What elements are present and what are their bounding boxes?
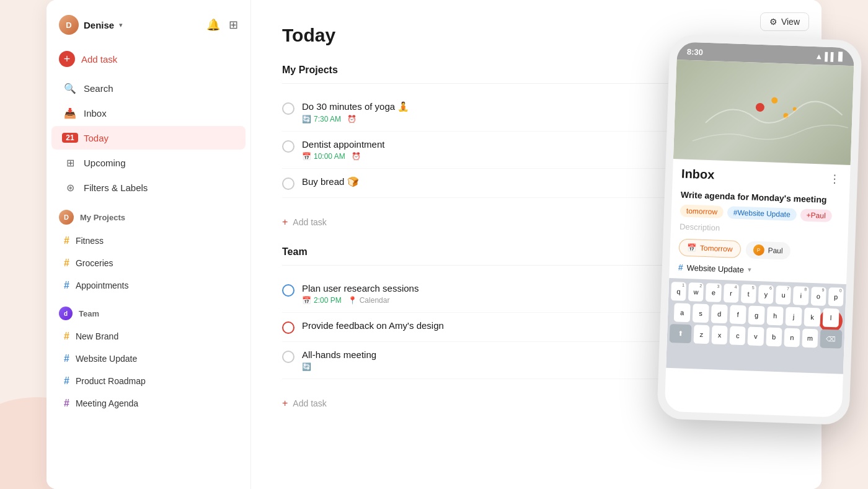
hash-icon: # xyxy=(678,262,683,272)
project-label: Product Roadmap xyxy=(76,376,146,386)
key-e[interactable]: e3 xyxy=(706,283,721,302)
key-o[interactable]: o9 xyxy=(810,287,826,306)
sidebar-item-label: Filters & Labels xyxy=(84,182,148,193)
key-v[interactable]: v xyxy=(748,326,764,346)
phone-tomorrow-button[interactable]: 📅 Tomorrow xyxy=(678,238,741,258)
signal-icons: ▲ ▌▌ ▋ xyxy=(815,52,844,62)
add-task-label: Add task xyxy=(293,217,326,227)
task-checkbox-allhands[interactable] xyxy=(282,351,294,363)
sidebar-item-label: Search xyxy=(84,83,113,94)
my-projects-avatar: D xyxy=(59,210,74,225)
user-name: Denise xyxy=(84,20,114,30)
calendar-small-icon: 📅 xyxy=(687,243,696,253)
task-checkbox-feedback[interactable] xyxy=(282,321,294,334)
sidebar-item-new-brand[interactable]: # New Brand xyxy=(51,326,246,347)
sidebar-item-label: Today xyxy=(84,133,108,143)
team-avatar: d xyxy=(59,307,73,320)
key-k[interactable]: k xyxy=(804,308,821,327)
recurring-badge: 🔄 xyxy=(302,362,311,371)
assignee-name: Paul xyxy=(768,246,783,255)
phone-inner: 8:30 ▲ ▌▌ ▋ xyxy=(665,42,855,418)
more-options-icon[interactable]: ⋮ xyxy=(829,172,842,186)
signal-icon: ▌▌ xyxy=(825,52,836,62)
task-checkbox-bread[interactable] xyxy=(282,177,294,190)
key-r[interactable]: r4 xyxy=(723,284,738,303)
key-p[interactable]: p0 xyxy=(828,287,844,307)
phone-map xyxy=(673,60,854,165)
task-checkbox-user-research[interactable] xyxy=(282,284,294,297)
key-q[interactable]: q1 xyxy=(671,282,686,301)
project-label: Appointments xyxy=(76,280,129,290)
user-menu[interactable]: D Denise ▾ xyxy=(59,15,123,35)
my-projects-section-label: D My Projects xyxy=(46,200,250,230)
upcoming-icon: ⊞ xyxy=(64,156,76,169)
key-x[interactable]: x xyxy=(712,325,728,344)
layout-icon[interactable]: ⊞ xyxy=(229,18,238,32)
sidebar-item-search[interactable]: 🔍 Search xyxy=(51,76,246,100)
sliders-icon: ⚙ xyxy=(769,17,777,27)
section-title: My Projects xyxy=(80,213,125,222)
key-w[interactable]: w2 xyxy=(688,282,704,302)
sidebar-item-filters[interactable]: ⊛ Filters & Labels xyxy=(51,176,246,199)
key-y[interactable]: y6 xyxy=(758,285,774,304)
sidebar-item-groceries[interactable]: # Groceries xyxy=(51,253,246,274)
sidebar-item-fitness[interactable]: # Fitness xyxy=(51,230,246,251)
assignee-avatar: P xyxy=(753,244,764,256)
key-h[interactable]: h xyxy=(767,307,784,326)
key-shift[interactable]: ⬆ xyxy=(670,324,692,343)
hash-icon: # xyxy=(64,258,69,269)
plus-circle-icon: + xyxy=(59,51,75,67)
phone-assignee-button[interactable]: P Paul xyxy=(745,241,790,259)
key-f[interactable]: f xyxy=(730,305,746,324)
phone-outer: 8:30 ▲ ▌▌ ▋ xyxy=(657,34,862,425)
sidebar-item-website-update[interactable]: # Website Update xyxy=(51,348,246,369)
description-placeholder[interactable]: Description xyxy=(680,222,839,237)
project-label: Website Update xyxy=(76,354,137,364)
phone-action-row: 📅 Tomorrow P Paul xyxy=(678,238,839,261)
sidebar-item-label: Upcoming xyxy=(84,158,126,168)
task-time-user-research: 📅 2:00 PM xyxy=(302,296,342,305)
inbox-icon: 📥 xyxy=(64,107,76,119)
sidebar-item-today[interactable]: 21 Today xyxy=(51,126,246,150)
task-checkbox-dentist[interactable] xyxy=(282,140,294,153)
key-t[interactable]: t5 xyxy=(741,284,756,303)
add-task-button[interactable]: + Add task xyxy=(46,45,250,73)
key-b[interactable]: b xyxy=(766,327,782,346)
chevron-down-icon: ▾ xyxy=(119,21,123,29)
key-a[interactable]: a xyxy=(674,303,691,322)
sidebar-item-product-roadmap[interactable]: # Product Roadmap xyxy=(51,370,246,392)
sidebar-item-upcoming[interactable]: ⊞ Upcoming xyxy=(51,151,246,174)
key-n[interactable]: n xyxy=(784,328,800,348)
key-j[interactable]: j xyxy=(786,307,802,326)
key-l[interactable]: l xyxy=(823,308,839,328)
phone-mockup: 8:30 ▲ ▌▌ ▋ xyxy=(663,37,856,422)
sidebar: D Denise ▾ 🔔 ⊞ + Add task 🔍 Search xyxy=(46,0,251,489)
key-delete[interactable]: ⌫ xyxy=(820,330,843,349)
team-section-label: d Team xyxy=(46,297,250,325)
key-g[interactable]: g xyxy=(748,305,765,325)
key-z[interactable]: z xyxy=(693,325,709,344)
key-i[interactable]: i8 xyxy=(793,286,808,305)
view-label: View xyxy=(781,17,800,27)
key-s[interactable]: s xyxy=(693,303,709,323)
time-value: 7:30 AM xyxy=(314,115,341,123)
key-m[interactable]: m xyxy=(802,329,818,348)
key-d[interactable]: d xyxy=(711,304,728,323)
task-checkbox-yoga[interactable] xyxy=(282,102,294,115)
hash-icon: # xyxy=(64,235,69,246)
plus-icon: + xyxy=(282,217,288,228)
add-task-label: Add task xyxy=(293,398,326,408)
key-u[interactable]: u7 xyxy=(776,285,791,305)
filter-icon: ⊛ xyxy=(64,181,76,194)
hash-icon: # xyxy=(64,398,69,409)
key-c[interactable]: c xyxy=(730,326,746,345)
phone-project-row: # Website Update ▾ xyxy=(678,262,838,277)
sidebar-item-inbox[interactable]: 📥 Inbox xyxy=(51,101,246,125)
phone-time: 8:30 xyxy=(687,47,704,57)
view-button[interactable]: ⚙ View xyxy=(760,12,809,31)
sidebar-item-appointments[interactable]: # Appointments xyxy=(51,275,246,296)
project-label: New Brand xyxy=(76,331,118,341)
notification-icon[interactable]: 🔔 xyxy=(206,18,220,32)
recurring-icon: 🔄 xyxy=(302,115,311,123)
sidebar-item-meeting-agenda[interactable]: # Meeting Agenda xyxy=(51,393,246,414)
